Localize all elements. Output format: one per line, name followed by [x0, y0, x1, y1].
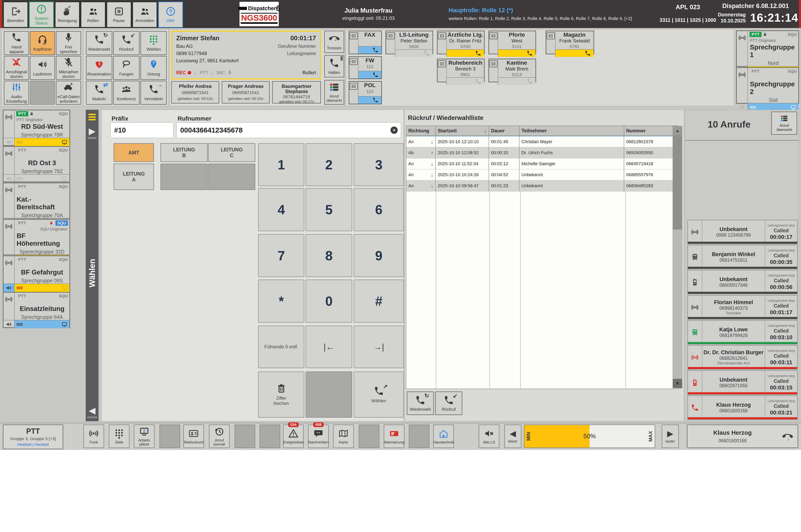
call-entry[interactable]: Unbekannt06602971055 Leitungsname langCa… — [687, 370, 798, 395]
scrollbar-thumb[interactable] — [673, 135, 682, 229]
col-dauer[interactable]: Dauer — [489, 126, 519, 136]
konferenz-button[interactable]: Konferenz — [113, 81, 139, 105]
active-line-panel[interactable]: Klaus Herzog 06601600168 ↑ — [687, 424, 798, 448]
cursor-right-button[interactable]: →| — [354, 326, 404, 368]
dial-button[interactable]: ↗ Wählen — [354, 372, 404, 418]
menu-icon[interactable] — [89, 113, 96, 121]
talkgroup-sprechgruppe-2[interactable]: PTT SQU Sprechgruppe 2 Süd — [736, 67, 799, 104]
talkgroup-bf-gefahrgut[interactable]: PTT SQU BF Gefahrgut Sprechgruppe 09S — [3, 255, 70, 291]
keypad-0[interactable]: 0 — [306, 280, 352, 323]
speaker-cell[interactable] — [3, 138, 15, 146]
talkgroup-rd-ost-3[interactable]: PTT SQU RD Ost 3 Sprechgruppe 78Z — [3, 146, 70, 182]
halten-button[interactable]: Ⅱ Halten — [324, 55, 344, 77]
trennen-button[interactable]: ↓ Trennen — [324, 31, 344, 53]
ecall-daten-button[interactable]: eCall-Daten anfordern — [56, 81, 81, 105]
redial-row[interactable]: Ab↑ 2025-10-10 12:08:52 00:00:20 Dr. Ulr… — [406, 147, 678, 158]
waehlen-button[interactable]: Wählen — [140, 31, 167, 55]
makeln-button[interactable]: ⇄ Makeln — [86, 81, 112, 105]
karte-button[interactable]: Karte — [333, 424, 354, 448]
ptt-devices[interactable]: Headset | Handset — [17, 442, 49, 447]
anruf-uebersicht-button[interactable]: Anruf übersicht — [324, 80, 344, 105]
speaker-cell-active[interactable] — [3, 284, 15, 292]
dest-tile-aerztliche-ltg[interactable]: Ärztliche Ltg. Dr. Rainer Fritz 5700 — [437, 31, 484, 54]
call-entry[interactable]: Dr. Dr. Christian Burger06882612641Diens… — [687, 345, 798, 369]
line-amt-button[interactable]: AMT — [114, 143, 154, 162]
reinigung-button[interactable]: Reinigung — [55, 2, 80, 27]
fangen-button[interactable]: Fangen — [113, 56, 139, 80]
redial-row[interactable]: An↓ 2025-10-10 09:56:47 00:01:23 Unbekan… — [406, 180, 678, 191]
pause-button[interactable]: Pause — [107, 2, 131, 27]
delete-digit-button[interactable]: Ziffer löschen — [258, 372, 304, 418]
wiederwahl-list-button[interactable]: ↻ Wiederwahl — [407, 392, 434, 415]
funk-button[interactable]: Funk — [83, 424, 104, 448]
call-entry[interactable]: Florian Himmel06998140373Techniker Leitu… — [687, 295, 798, 319]
held-call-1[interactable]: Pfeifer Andrea 06995871541 gehalten seit… — [171, 81, 219, 103]
lauter-button[interactable]: ▶ lauter — [662, 424, 679, 448]
speaker-cell[interactable] — [3, 174, 15, 183]
scroll-down-icon[interactable]: ▼ — [673, 379, 682, 388]
speed-dial-fw[interactable]: FW 112 — [349, 56, 382, 79]
held-call-2[interactable]: Prager Andreas 06995871541 gehalten seit… — [222, 81, 270, 103]
ziele-button[interactable]: Ziele — [109, 424, 130, 448]
scroll-up-icon[interactable]: ▲ — [673, 126, 682, 135]
line-a-button[interactable]: LEITUNG A — [114, 164, 154, 190]
hilfe-button[interactable]: Hilfe — [158, 2, 183, 27]
held-call-3[interactable]: Baumgartner Stephanie 06761444719 gehalt… — [272, 81, 321, 103]
arbeitsplaetze-button[interactable]: Arbeits plätze — [134, 424, 155, 448]
dest-tile-ruhebereich[interactable]: Ruhebereich Bereich 3 5901 — [437, 59, 484, 82]
rollen-button[interactable]: Rollen — [81, 2, 106, 27]
cursor-left-button[interactable]: |← — [306, 326, 352, 368]
call-entry[interactable]: Unbekannt0999 123456789 Leitungsname lan… — [687, 220, 798, 244]
talkgroup-kat-bereitschaft[interactable]: PTT SQU Kat.-Bereitschaft Sprechgruppe 7… — [3, 183, 70, 218]
keypad-2[interactable]: 2 — [306, 143, 352, 186]
keypad-star[interactable]: * — [258, 280, 304, 323]
talkgroup-bf-hoehenrettung[interactable]: PTT SQU SQU Originator BF Höhenrettung S… — [3, 219, 70, 255]
vermitteln-button[interactable]: → Vermitteln — [140, 81, 167, 105]
leiser-button[interactable]: ◀ leiser — [504, 424, 521, 448]
alarm-icon-active[interactable] — [17, 285, 23, 291]
tab-waehlen[interactable]: Wählen — [88, 140, 97, 406]
dest-tile-magazin[interactable]: Magazin Frank Seiwald 5781 — [546, 31, 594, 54]
wiederwahl-button[interactable]: ↻ Wiederwahl — [86, 31, 112, 55]
call-entry[interactable]: Katja Lowe06819799428 Leitungsname langC… — [687, 320, 798, 344]
col-richtung[interactable]: Richtung — [406, 126, 436, 136]
dest-tile-pforte[interactable]: Pforte West 5101 — [489, 31, 536, 54]
mikrophon-stumm-button[interactable]: Mikrophon stumm — [56, 56, 81, 80]
ortung-button[interactable]: Ortung — [140, 56, 167, 80]
keypad-6[interactable]: 6 — [354, 188, 404, 231]
rueckruf-button[interactable]: ↙ Rückruf — [113, 31, 139, 55]
volume-slider[interactable]: MIN 50% MAX — [524, 424, 655, 448]
strip-leading-zero-button[interactable]: Führende 0 entf. — [258, 326, 304, 368]
call-entry[interactable]: Benjamin Winkel06814751611 Leitungsname … — [687, 245, 798, 269]
col-startzeit[interactable]: Startzeit ↓ — [436, 126, 489, 136]
redial-row[interactable]: An↓ 2025-10-10 12:10:10 00:01:45 Christi… — [406, 136, 678, 147]
keypad-5[interactable]: 5 — [306, 188, 352, 231]
talkgroup-einsatzleitung[interactable]: PTT SQU Einsatzleitung Sprechgruppe 64A — [3, 292, 70, 328]
anruf-uebersicht-button[interactable]: Anruf übersicht — [771, 112, 797, 135]
redial-row[interactable]: An↓ 2025-10-10 10:24:26 00:04:52 Unbekan… — [406, 169, 678, 180]
kopfhoerer-button[interactable]: Kopfhörer — [30, 31, 55, 55]
keypad-3[interactable]: 3 — [354, 143, 404, 186]
line-b-button[interactable]: LEITUNG B — [160, 143, 208, 162]
number-input[interactable] — [180, 126, 390, 134]
anrufsignal-stumm-button[interactable]: Anrufsignal stumm — [4, 56, 29, 80]
speed-dial-pol[interactable]: POL 110 — [349, 81, 382, 104]
alarmierung-button[interactable]: Alarmierung — [384, 424, 404, 448]
reanimation-button[interactable]: Reanimation — [86, 56, 112, 80]
keypad-8[interactable]: 8 — [306, 234, 352, 277]
anruf-journal-button[interactable]: Anruf journal — [209, 424, 230, 448]
call-entry[interactable]: Klaus Herzog06601600168 Leitungsname lan… — [687, 396, 798, 420]
system-status-button[interactable]: System Status — [29, 2, 54, 27]
nachrichten-button[interactable]: 008 Nachrichten — [308, 424, 329, 448]
keypad-7[interactable]: 7 — [258, 234, 304, 277]
number-clear-icon[interactable]: × — [390, 127, 398, 134]
dest-tile-kantine[interactable]: Kantine Maik Brem 5213 — [489, 59, 536, 82]
table-scrollbar[interactable]: ▲ ▼ — [673, 126, 682, 388]
talkgroup-rd-sued-west[interactable]: PTT SQU PTT Originator RD Süd-West Sprec… — [3, 110, 70, 146]
col-teilnehmer[interactable]: Teilnehmer — [519, 126, 624, 136]
beenden-button[interactable]: Beenden — [3, 2, 28, 27]
forward-button[interactable]: ▶ — [89, 127, 96, 136]
ereignisliste-button[interactable]: 034 Ereignisliste — [283, 424, 304, 448]
rueckruf-list-button[interactable]: ↙ Rückruf — [435, 392, 462, 415]
keypad-9[interactable]: 9 — [354, 234, 404, 277]
